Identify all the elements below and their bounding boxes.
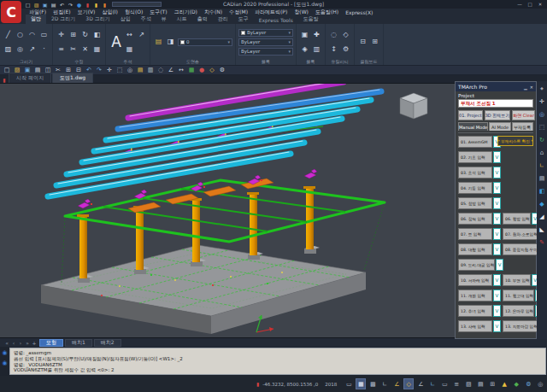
create-block-icon[interactable]: ✚ (311, 28, 322, 41)
menu-item[interactable]: 파라메트릭(P) (251, 9, 291, 16)
close-button[interactable]: ✕ (537, 2, 544, 7)
rotate-icon[interactable]: ↻ (79, 28, 91, 41)
layers-icon[interactable]: ▤ (136, 67, 144, 73)
ducs-icon[interactable]: ∟ (427, 378, 438, 389)
hatch-icon[interactable]: ▨ (3, 43, 14, 56)
tmarch-step-button[interactable]: 07. 보 입력 V (458, 228, 501, 240)
confirm-v-button[interactable]: V (493, 167, 501, 178)
tmarch-step-button[interactable]: 04. 기둥 입력 V (458, 182, 501, 194)
snap-icon[interactable]: ▩ (368, 378, 378, 389)
ribbon-tab[interactable]: 삽입 (115, 15, 136, 24)
marker-orange-icon[interactable]: ▮ (101, 1, 109, 9)
redline-icon[interactable]: ✎ (537, 237, 547, 249)
tmarch-step-button[interactable]: 05. 창방 입력 V (458, 197, 501, 209)
zoom-extents-icon[interactable]: ◎ (126, 67, 134, 73)
plot-style-icon[interactable]: ● (75, 1, 83, 9)
tmarch-step-button[interactable]: 10. 서까래 입력 V (458, 274, 501, 286)
orbit-icon[interactable]: ↻ (537, 135, 547, 146)
open-file-icon[interactable]: ▨ (32, 1, 40, 9)
new-file-icon[interactable]: □ (24, 1, 32, 9)
redo-icon[interactable]: ↷ (67, 1, 74, 9)
measure-icon[interactable]: ◌ (328, 28, 339, 41)
layout-nav-button[interactable]: ‹ (10, 340, 17, 346)
triangle-up-icon[interactable]: ◢ (537, 212, 547, 223)
redo-icon[interactable]: ↷ (95, 67, 103, 73)
command-input-icon[interactable]: ◉ (2, 360, 7, 366)
cycling-icon[interactable]: ⊞ (487, 378, 497, 389)
tmarch-substep-button[interactable]: 06. 평방 입력 V (503, 213, 539, 225)
zoom-realtime-icon[interactable]: ◎ (537, 109, 547, 120)
pan-icon[interactable]: ✛ (105, 67, 114, 73)
layout-nav-button[interactable]: « (3, 340, 10, 346)
mirror-icon[interactable]: ◧ (91, 28, 103, 41)
arc-icon[interactable]: ◠ (26, 28, 38, 41)
print-icon[interactable]: ▤ (50, 1, 57, 9)
offset-icon[interactable]: ≡ (56, 43, 67, 56)
minimize-button[interactable]: — (516, 2, 523, 7)
confirm-v-button[interactable]: V (493, 305, 501, 317)
annotation-scale[interactable]: 2018 (325, 382, 337, 387)
tmarch-step-button[interactable]: 02. 기초 입력 V (458, 151, 501, 163)
named-views-icon[interactable]: ▤ (537, 173, 547, 184)
ellipse-icon[interactable]: ◎ (15, 43, 26, 56)
confirm-v-button[interactable]: V (493, 213, 501, 225)
ray-icon[interactable]: ↗ (26, 43, 38, 56)
layout-tab[interactable]: 배치2 (94, 339, 121, 347)
properties-icon[interactable]: ▥ (146, 67, 155, 73)
ribbon-tab[interactable]: 관리 (213, 15, 233, 24)
circle-icon[interactable]: ○ (15, 28, 26, 41)
ucs-icon[interactable]: ∟ (537, 161, 547, 172)
shade-icon[interactable]: ◆ (537, 199, 547, 210)
tmarch-step-button[interactable]: 12. 추녀 입력 V (458, 305, 501, 317)
layout-nav-button[interactable]: » (24, 340, 31, 346)
paste-icon[interactable]: ⊟ (357, 35, 368, 48)
screen-clear-button[interactable]: 화면 Clear (512, 110, 535, 120)
layout-tab[interactable]: 배치1 (65, 339, 92, 347)
ribbon-tab[interactable]: 2D 그리기 (46, 15, 80, 24)
zoom-window-icon[interactable]: ⬚ (537, 122, 547, 133)
line-icon[interactable]: ╱ (3, 28, 14, 41)
confirm-v-button[interactable]: V (493, 182, 501, 194)
dyn-input-icon[interactable]: ▭ (439, 378, 450, 389)
annotation-icon[interactable]: ▲ (499, 378, 509, 389)
polar-icon[interactable]: ∠ (391, 378, 402, 389)
tmarch-step-button[interactable]: 13. 사래 입력 V (458, 320, 501, 332)
trim-icon[interactable]: ✂ (68, 43, 79, 56)
menu-item[interactable]: Express(X) (342, 9, 376, 15)
visual-style-icon[interactable]: ◧ (537, 186, 547, 197)
settings-icon[interactable]: ⚙ (340, 43, 351, 56)
ribbon-tab[interactable]: 일반 (26, 15, 46, 24)
tmarch-step-button[interactable]: 08. 대량 입력 V (458, 243, 501, 255)
ribbon-tab[interactable]: 3D 그리기 (80, 15, 115, 24)
tmarch-mode-tab[interactable]: Manual Mode (458, 122, 488, 131)
color-combo[interactable]: ByLayer ▾ (238, 29, 293, 37)
linetype-combo[interactable]: ByLayer ▾ (238, 38, 293, 46)
insert-block-icon[interactable]: ▣ (299, 28, 310, 41)
point-icon[interactable]: · (38, 43, 50, 56)
confirm-v-button[interactable]: V (493, 243, 501, 255)
confirm-v-button[interactable]: V (493, 228, 501, 240)
ribbon-tab[interactable]: 도구 (233, 15, 254, 24)
tmarch-step-button[interactable]: 06. 장혀 입력 V (458, 213, 501, 225)
confirm-v-button[interactable]: V (493, 274, 501, 286)
pan-icon[interactable]: ✛ (537, 97, 547, 108)
model-space-icon[interactable]: ▭ (344, 378, 354, 389)
tmarch-mode-tab[interactable]: 부재등록 (512, 122, 533, 131)
angle-icon[interactable]: ∠ (167, 67, 175, 73)
transparency-icon[interactable]: ▨ (463, 378, 473, 389)
layout-nav-button[interactable]: + (31, 340, 38, 346)
layer-combo[interactable]: 0 ▾ (178, 38, 232, 46)
panel-close-button[interactable]: ✕ (530, 85, 533, 90)
xref-icon[interactable]: ▥ (311, 43, 322, 56)
confirm-v-button[interactable]: V (493, 290, 501, 301)
confirm-v-button[interactable]: V (493, 197, 501, 209)
quick-search-field[interactable] (112, 2, 162, 7)
ribbon-tab[interactable]: 주석 (136, 15, 156, 24)
array-icon[interactable]: ▦ (91, 43, 103, 56)
isolate-icon[interactable]: ◎ (535, 378, 545, 389)
grid-icon[interactable]: ▦ (187, 67, 196, 73)
tmarch-step-button[interactable]: 09. 도리.대공 입력 V (458, 259, 503, 271)
osnap-icon[interactable]: ◇ (208, 67, 216, 73)
command-history-icon[interactable]: ◉ (2, 349, 7, 356)
attribute-icon[interactable]: ◈ (299, 43, 310, 56)
